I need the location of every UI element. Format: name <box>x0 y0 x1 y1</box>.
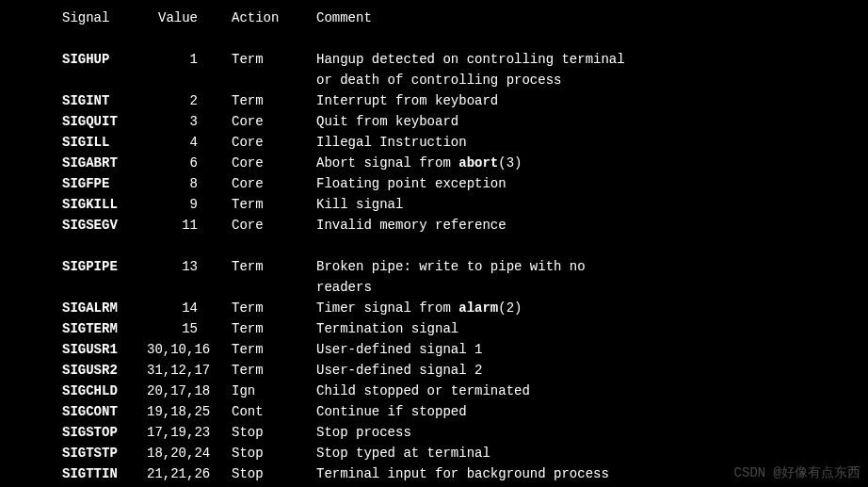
header-signal: Signal <box>62 8 147 28</box>
cell-signal: SIGCONT <box>62 401 147 422</box>
cell-comment: Floating point exception <box>316 173 506 194</box>
table-row: SIGSTOP17,19,23StopStop process <box>0 422 868 443</box>
cell-signal: SIGKILL <box>62 194 147 215</box>
cell-comment: Child stopped or terminated <box>316 381 530 401</box>
cell-action: Stop <box>232 463 316 484</box>
cell-comment: User-defined signal 1 <box>316 339 482 360</box>
table-row: SIGCHLD20,17,18IgnChild stopped or termi… <box>0 381 868 401</box>
table-row: SIGTTIN21,21,26StopTerminal input for ba… <box>0 463 868 484</box>
table-row: SIGQUIT3CoreQuit from keyboard <box>0 111 868 132</box>
table-header-row: SignalValueActionComment <box>0 8 868 28</box>
cell-signal: SIGQUIT <box>62 111 147 132</box>
cell-value: 15 <box>147 318 232 339</box>
table-row: SIGILL4CoreIllegal Instruction <box>0 132 868 153</box>
cell-signal: SIGALRM <box>62 298 147 318</box>
cell-value: 14 <box>147 298 232 318</box>
cell-value: 30,10,16 <box>147 339 232 360</box>
table-row: SIGUSR231,12,17TermUser-defined signal 2 <box>0 360 868 381</box>
cell-action: Stop <box>232 443 316 463</box>
cell-value: 21,21,26 <box>147 463 232 484</box>
cell-action: Term <box>232 339 316 360</box>
cell-signal: SIGILL <box>62 132 147 153</box>
table-row: SIGKILL9TermKill signal <box>0 194 868 215</box>
cell-comment: Terminal input for background process <box>316 463 609 484</box>
cell-signal: SIGFPE <box>62 173 147 194</box>
cell-comment: Interrupt from keyboard <box>316 90 498 111</box>
blank-row <box>0 235 868 256</box>
cell-value: 8 <box>147 173 232 194</box>
cell-comment: Timer signal from alarm(2) <box>316 298 522 318</box>
table-row-continuation: or death of controlling process <box>0 70 868 90</box>
cell-value: 13 <box>147 256 232 277</box>
cell-signal: SIGPIPE <box>62 256 147 277</box>
cell-action <box>232 277 316 298</box>
cell-signal: SIGUSR2 <box>62 360 147 381</box>
cell-signal: SIGSTOP <box>62 422 147 443</box>
cell-value: 3 <box>147 111 232 132</box>
table-row: SIGHUP1TermHangup detected on controllin… <box>0 49 868 70</box>
cell-action: Term <box>232 49 316 70</box>
cell-comment: or death of controlling process <box>316 70 561 90</box>
header-action: Action <box>232 8 316 28</box>
cell-signal: SIGSEGV <box>62 215 147 235</box>
cell-action: Term <box>232 90 316 111</box>
table-row: SIGSEGV11CoreInvalid memory reference <box>0 215 868 235</box>
cell-action: Term <box>232 298 316 318</box>
cell-action: Core <box>232 153 316 173</box>
cell-comment: User-defined signal 2 <box>316 360 482 381</box>
cell-value <box>147 70 232 90</box>
cell-signal: SIGCHLD <box>62 381 147 401</box>
cell-comment: Continue if stopped <box>316 401 467 422</box>
cell-value: 4 <box>147 132 232 153</box>
cell-signal <box>62 70 147 90</box>
table-row: SIGCONT19,18,25ContContinue if stopped <box>0 401 868 422</box>
header-value: Value <box>147 8 232 28</box>
cell-action: Ign <box>232 381 316 401</box>
cell-action <box>232 70 316 90</box>
table-row: SIGABRT6CoreAbort signal from abort(3) <box>0 153 868 173</box>
table-row: SIGINT2TermInterrupt from keyboard <box>0 90 868 111</box>
cell-action: Core <box>232 111 316 132</box>
cell-value: 19,18,25 <box>147 401 232 422</box>
cell-comment: Kill signal <box>316 194 403 215</box>
cell-action: Term <box>232 318 316 339</box>
cell-action: Cont <box>232 401 316 422</box>
cell-comment: Illegal Instruction <box>316 132 467 153</box>
cell-value: 2 <box>147 90 232 111</box>
cell-comment: Abort signal from abort(3) <box>316 153 522 173</box>
cell-value <box>147 277 232 298</box>
cell-action: Term <box>232 194 316 215</box>
table-row: SIGUSR130,10,16TermUser-defined signal 1 <box>0 339 868 360</box>
cell-value: 9 <box>147 194 232 215</box>
cell-value: 11 <box>147 215 232 235</box>
cell-comment: Invalid memory reference <box>316 215 506 235</box>
cell-value: 20,17,18 <box>147 381 232 401</box>
table-row: SIGTSTP18,20,24StopStop typed at termina… <box>0 443 868 463</box>
cell-action: Core <box>232 132 316 153</box>
cell-signal: SIGUSR1 <box>62 339 147 360</box>
cell-action: Core <box>232 173 316 194</box>
cell-value: 31,12,17 <box>147 360 232 381</box>
cell-value: 6 <box>147 153 232 173</box>
cell-comment: readers <box>316 277 372 298</box>
cell-signal: SIGHUP <box>62 49 147 70</box>
cell-signal: SIGTERM <box>62 318 147 339</box>
cell-signal: SIGABRT <box>62 153 147 173</box>
table-row-continuation: readers <box>0 277 868 298</box>
table-row: SIGFPE8CoreFloating point exception <box>0 173 868 194</box>
cell-comment: Stop process <box>316 422 411 443</box>
cell-comment: Broken pipe: write to pipe with no <box>316 256 586 277</box>
table-row: SIGPIPE13TermBroken pipe: write to pipe … <box>0 256 868 277</box>
cell-comment: Stop typed at terminal <box>316 443 490 463</box>
table-row: SIGTERM15TermTermination signal <box>0 318 868 339</box>
cell-comment: Hangup detected on controlling terminal <box>316 49 625 70</box>
cell-value: 18,20,24 <box>147 443 232 463</box>
cell-action: Term <box>232 256 316 277</box>
header-comment: Comment <box>316 8 372 28</box>
cell-action: Core <box>232 215 316 235</box>
cell-signal: SIGINT <box>62 90 147 111</box>
man-page-signal-table: SignalValueActionComment SIGHUP1TermHang… <box>0 0 868 487</box>
cell-value: 17,19,23 <box>147 422 232 443</box>
cell-signal: SIGTTIN <box>62 463 147 484</box>
cell-value: 1 <box>147 49 232 70</box>
